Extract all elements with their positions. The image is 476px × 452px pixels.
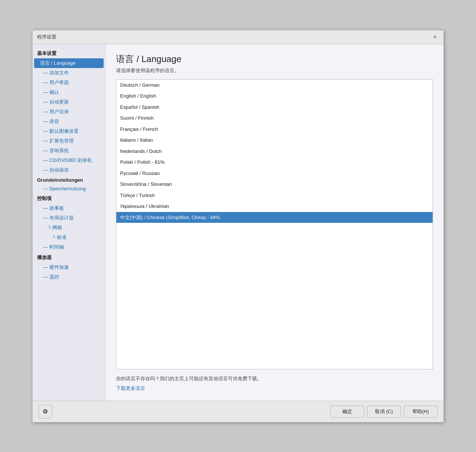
sidebar-item[interactable]: — 故事板 <box>33 203 105 213</box>
sidebar-item[interactable]: 语言 / Language <box>34 58 104 68</box>
sidebar: 基本设置语言 / Language— 添加文件— 用户界面— 确认— 自动更新—… <box>33 44 106 401</box>
sidebar-section-header: Grundeinstellungen <box>33 175 105 184</box>
sidebar-section-header: 播放器 <box>33 252 105 262</box>
language-item[interactable]: Suomi / Finnish <box>116 113 433 124</box>
sidebar-item[interactable]: — 用户界面 <box>33 78 105 87</box>
sidebar-item[interactable]: — 录音 <box>33 117 105 126</box>
language-item[interactable]: Nederlands / Dutch <box>116 146 433 157</box>
close-button[interactable]: × <box>431 33 439 41</box>
language-item[interactable]: English / English <box>116 90 433 102</box>
main-content: 语言 / Language 请选择要使用该程序的语言。 Deutsch / Ge… <box>106 44 443 401</box>
help-button[interactable]: 帮助(H) <box>404 406 437 418</box>
settings-icon-button[interactable]: ⚙ <box>39 405 52 418</box>
settings-dialog: 程序设置 × 基本设置语言 / Language— 添加文件— 用户界面— 确认… <box>32 30 444 422</box>
sidebar-item[interactable]: — 时间轴 <box>33 242 105 252</box>
language-item[interactable]: Deutsch / German <box>116 80 433 91</box>
language-item[interactable]: Türkçe / Turkish <box>116 190 433 201</box>
language-item[interactable]: 中文(中国) / Chinese (Simplified, China) - 9… <box>116 212 433 223</box>
title-bar: 程序设置 × <box>33 30 443 44</box>
dialog-title: 程序设置 <box>37 34 57 40</box>
page-subtitle: 请选择要使用该程序的语言。 <box>116 67 433 74</box>
sidebar-item[interactable]: — 默认图像设置 <box>33 126 105 136</box>
sidebar-item[interactable]: — 用户目录 <box>33 107 105 117</box>
language-item[interactable]: Українська / Ukrainian <box>116 201 433 212</box>
sidebar-item[interactable]: └ 网格 <box>33 223 105 233</box>
sidebar-item[interactable]: — 布局设计器 <box>33 213 105 223</box>
sidebar-item[interactable]: — 自动保存 <box>33 165 105 175</box>
footer-left: ⚙ <box>39 405 327 418</box>
sidebar-item[interactable]: — 遥控 <box>33 272 105 282</box>
sidebar-item[interactable]: — Speichernutzung <box>33 184 105 193</box>
sidebar-item[interactable]: — 硬件加速 <box>33 262 105 272</box>
settings-icon: ⚙ <box>43 408 48 415</box>
language-item[interactable]: Français / French <box>116 124 433 135</box>
dialog-body: 基本设置语言 / Language— 添加文件— 用户界面— 确认— 自动更新—… <box>33 44 443 401</box>
dialog-footer: ⚙ 确定 取消 (C) 帮助(H) <box>33 401 443 422</box>
sidebar-item[interactable]: — 自动更新 <box>33 97 105 107</box>
sidebar-item[interactable]: └ 标准 <box>33 233 105 242</box>
sidebar-section-header: 基本设置 <box>33 48 105 58</box>
sidebar-section-header: 控制项 <box>33 193 105 203</box>
page-title: 语言 / Language <box>116 53 433 65</box>
sidebar-item[interactable]: — 音响系统 <box>33 146 105 156</box>
bottom-text: 你的语言不存在吗？我们的主页上可能还有其他语言可供免费下载。 <box>116 375 433 382</box>
language-item[interactable]: Polski / Polish - 81% <box>116 157 433 168</box>
sidebar-item[interactable]: — 添加文件 <box>33 68 105 78</box>
language-list: Deutsch / GermanEnglish / EnglishEspañol… <box>116 79 433 369</box>
language-item[interactable]: Italiano / Italian <box>116 135 433 146</box>
sidebar-item[interactable]: — 确认 <box>33 87 105 97</box>
download-link[interactable]: 下载更多语言 <box>116 385 433 392</box>
language-item[interactable]: Español / Spanish <box>116 102 433 113</box>
language-item[interactable]: Русский / Russian <box>116 168 433 179</box>
cancel-button[interactable]: 取消 (C) <box>367 406 401 418</box>
sidebar-item[interactable]: — CD/DVD/BD 刻录机 <box>33 156 105 165</box>
language-item[interactable]: Slovenščina / Slovenian <box>116 179 433 190</box>
ok-button[interactable]: 确定 <box>330 406 364 418</box>
sidebar-item[interactable]: — 扩展包管理 <box>33 136 105 146</box>
